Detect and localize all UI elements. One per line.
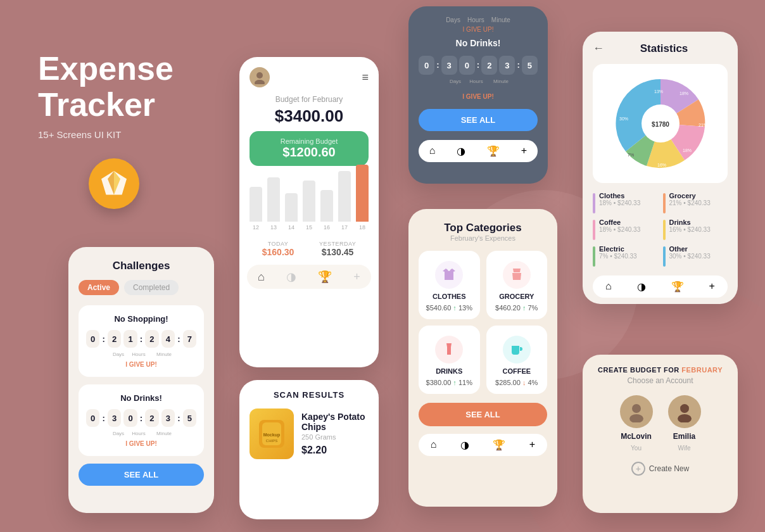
cat-nav-home[interactable]: ⌂	[431, 439, 437, 451]
scan-product-info: Kapey's Potato Chips 250 Grams $2.20	[301, 412, 369, 456]
nd-timer: 0 : 3 0 : 2 3 : 5	[419, 56, 538, 75]
timer-h1: 2	[108, 330, 122, 348]
yesterday-value: $130.45	[319, 247, 356, 257]
grocery-amount: $460.20 ↑ 7%	[495, 304, 538, 312]
svg-point-18	[632, 404, 641, 413]
nd-see-all-button[interactable]: SEE ALL	[419, 109, 538, 131]
challenges-see-all-button[interactable]: SEE ALL	[79, 464, 204, 486]
scan-item: Mockup CHIPS Kapey's Potato Chips 250 Gr…	[250, 408, 369, 459]
legend-dot-clothes	[593, 193, 595, 213]
category-grocery[interactable]: GROCERY $460.20 ↑ 7%	[486, 251, 548, 319]
svg-text:16%: 16%	[657, 163, 666, 167]
mclovin-avatar-icon	[626, 401, 647, 422]
nd-m2: 3	[499, 56, 515, 75]
drinks-m1: 2	[145, 409, 159, 427]
grocery-icon	[509, 267, 524, 282]
yesterday-label: YESTERDAY	[319, 241, 356, 247]
clothes-icon-circle	[435, 261, 463, 289]
legend-dot-coffee	[593, 220, 595, 240]
stats-back-button[interactable]: ←	[593, 42, 604, 55]
hero-section: Expense Tracker 15+ Screens UI KIT	[38, 51, 174, 140]
challenge-shopping-timer: 0 : 2 1 : 2 4 : 7	[86, 330, 196, 348]
stats-nav-home[interactable]: ⌂	[605, 281, 612, 293]
create-new-button[interactable]: + Create New	[593, 462, 728, 476]
drinks-h2: 0	[123, 409, 137, 427]
drinks-icon-circle	[435, 336, 463, 364]
svg-point-3	[256, 72, 263, 79]
budget-nav-bar: ⌂ ◑ 🏆 +	[247, 265, 371, 289]
remaining-label: Remaining Budget	[260, 137, 358, 145]
svg-text:21%: 21%	[699, 123, 707, 127]
category-drinks[interactable]: DRINKS $380.00 ↑ 11%	[419, 326, 480, 394]
nd-nav-home[interactable]: ⌂	[429, 145, 436, 157]
categories-see-all-button[interactable]: SEE ALL	[419, 403, 547, 426]
timer-days: 0	[86, 330, 100, 348]
nd-m1: 2	[481, 56, 497, 75]
legend-dot-drinks	[663, 220, 666, 240]
challenge-shopping-giveup[interactable]: I GIVE UP!	[86, 361, 196, 368]
today-value: $160.30	[262, 247, 294, 257]
tab-active[interactable]: Active	[79, 280, 119, 295]
nd-days: 0	[419, 56, 434, 75]
svg-point-21	[678, 414, 692, 422]
stats-nav-chart[interactable]: ◑	[637, 281, 646, 293]
sketch-logo	[89, 158, 139, 209]
nav-home-icon[interactable]: ⌂	[258, 270, 265, 284]
budget-chart: 12 13 14 15 16 17 18	[239, 166, 379, 236]
nd-top-giveup[interactable]: I GIVE UP!	[419, 26, 538, 33]
challenge-drinks-giveup[interactable]: I GIVE UP!	[86, 440, 196, 447]
nd-nav-chart[interactable]: ◑	[457, 145, 465, 157]
svg-text:CHIPS: CHIPS	[266, 439, 277, 443]
timer-m2: 4	[161, 330, 175, 348]
no-drinks-card: Days Hours Minute I GIVE UP! No Drinks! …	[408, 6, 548, 184]
cat-nav-chart[interactable]: ◑	[460, 439, 469, 451]
cat-nav-trophy[interactable]: 🏆	[493, 439, 505, 451]
drinks-s1: 5	[183, 409, 197, 427]
budget-menu-icon[interactable]: ≡	[362, 71, 369, 84]
grocery-icon-circle	[503, 261, 531, 289]
category-coffee[interactable]: COFFEE $285.00 ↓ 4%	[486, 326, 548, 394]
account-mclovin-role: You	[631, 445, 642, 452]
nav-chart-icon[interactable]: ◑	[286, 270, 296, 284]
svg-text:18%: 18%	[683, 148, 692, 153]
budget-avatar	[250, 67, 270, 87]
timer-s1: 7	[183, 330, 197, 348]
budget-daily-summary: TODAY $160.30 YESTERDAY $130.45	[239, 236, 379, 265]
nd-label: No Drinks!	[419, 38, 538, 48]
scan-product-image: Mockup CHIPS	[250, 408, 294, 459]
account-emilia[interactable]: Emilia Wife	[668, 395, 701, 452]
tab-completed[interactable]: Completed	[124, 280, 179, 295]
nd-nav-add[interactable]: +	[521, 145, 527, 157]
nd-nav-trophy[interactable]: 🏆	[487, 145, 500, 157]
nd-h2: 0	[459, 56, 475, 75]
sketch-icon	[98, 168, 130, 200]
create-new-icon: +	[631, 462, 645, 476]
coffee-name: COFFEE	[502, 367, 531, 375]
scan-product-name: Kapey's Potato Chips	[301, 412, 369, 432]
hero-subtitle: 15+ Screens UI KIT	[38, 129, 174, 140]
stats-nav-bar: ⌂ ◑ 🏆 +	[593, 276, 728, 298]
stats-nav-trophy[interactable]: 🏆	[671, 281, 684, 293]
svg-text:7%: 7%	[628, 153, 634, 157]
challenge-shopping-label: No Shopping!	[86, 314, 196, 324]
account-mclovin[interactable]: McLovin You	[620, 395, 653, 452]
drinks-amount: $380.00 ↑ 11%	[426, 379, 472, 386]
today-label: TODAY	[262, 241, 294, 247]
nd-give-up[interactable]: I GIVE UP!	[419, 93, 538, 100]
legend-other: Other 30% • $240.33	[663, 245, 728, 267]
cat-nav-add[interactable]: +	[529, 439, 535, 451]
nd-sec: 5	[522, 56, 538, 75]
emilia-avatar-icon	[674, 401, 695, 422]
nav-trophy-icon[interactable]: 🏆	[318, 270, 332, 284]
statistics-card: ← Statistics $1780	[583, 32, 738, 304]
clothes-name: CLOTHES	[433, 293, 466, 300]
stats-nav-add[interactable]: +	[709, 281, 715, 293]
legend-dot-electric	[593, 246, 595, 267]
today-item: TODAY $160.30	[262, 241, 294, 257]
category-clothes[interactable]: CLOTHES $540.60 ↑ 13%	[419, 251, 480, 319]
budget-header: ≡	[239, 57, 379, 95]
nav-add-icon[interactable]: +	[353, 270, 360, 284]
svg-text:18%: 18%	[680, 91, 688, 96]
timer-m1: 2	[145, 330, 159, 348]
stats-title: Statistics	[612, 42, 728, 55]
